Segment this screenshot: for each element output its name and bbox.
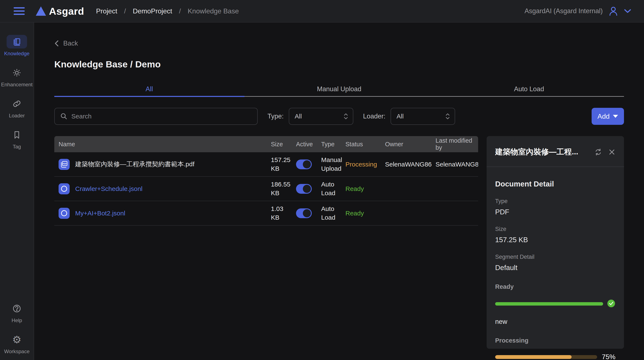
- sidebar-item-label: Workspace: [4, 349, 30, 355]
- table-row: PDF 建築物室內裝修—工程承攬契約書範本.pdf 157.25 KB Manu…: [54, 152, 478, 177]
- bookmark-icon: [6, 128, 27, 142]
- table-row: Crawler+Schedule.jsonl 186.55 KB Auto Lo…: [54, 177, 478, 201]
- tab-auto-load[interactable]: Auto Load: [434, 82, 624, 96]
- status-badge: Ready: [346, 210, 385, 217]
- page-title: Knowledge Base / Demo: [54, 59, 624, 70]
- jsonl-file-icon: [58, 183, 70, 194]
- active-tab-indicator: [54, 96, 244, 97]
- ready-stage-label: Ready: [495, 283, 616, 290]
- sidebar-item-label: Enhancement: [1, 82, 32, 88]
- search-icon: [60, 113, 68, 120]
- search-input[interactable]: [71, 113, 252, 120]
- loader-filter-value: All: [396, 113, 404, 120]
- column-header-last-modified-by: Last modified by: [436, 137, 478, 151]
- processing-progress-fill: [495, 355, 572, 359]
- file-type: Auto Load: [321, 180, 346, 197]
- status-badge: Processing: [346, 161, 385, 168]
- refresh-icon[interactable]: [594, 148, 602, 156]
- back-label: Back: [63, 39, 78, 47]
- file-name[interactable]: Crawler+Schedule.jsonl: [75, 185, 142, 192]
- document-detail-heading: Document Detail: [495, 180, 616, 188]
- sidebar-item-label: Knowledge: [4, 51, 30, 57]
- search-box[interactable]: [54, 108, 258, 125]
- detail-panel-title: 建築物室內裝修—工程...: [495, 147, 590, 157]
- book-icon: [6, 35, 27, 48]
- tab-all[interactable]: All: [54, 82, 244, 96]
- menu-icon[interactable]: [14, 7, 25, 15]
- caret-down-icon: [613, 115, 618, 118]
- chevron-down-icon[interactable]: [624, 9, 631, 13]
- processing-percent: 75%: [602, 353, 616, 360]
- breadcrumb-separator: /: [179, 7, 181, 15]
- last-modified-by: SelenaWANG86: [436, 161, 478, 168]
- svg-text:PDF: PDF: [63, 163, 67, 165]
- app-root: Asgard Project / DemoProject / Knowledge…: [0, 0, 644, 360]
- document-detail-panel: 建築物室內裝修—工程...: [486, 136, 624, 349]
- back-button[interactable]: Back: [54, 39, 78, 47]
- ready-progress-bar: [495, 302, 603, 306]
- breadcrumb-demo-project[interactable]: DemoProject: [133, 7, 172, 15]
- file-size: 1.03 KB: [271, 204, 296, 222]
- tab-bar: All Manual Upload Auto Load: [54, 82, 624, 97]
- sun-icon: [6, 66, 27, 80]
- file-name[interactable]: My+AI+Bot2.jsonl: [75, 210, 125, 217]
- file-type: Manual Upload: [321, 156, 346, 173]
- file-size: 186.55 KB: [271, 180, 296, 197]
- sidebar-item-enhancement[interactable]: Enhancement: [0, 66, 34, 88]
- select-chevrons-icon: [445, 113, 450, 120]
- column-header-name: Name: [54, 141, 271, 148]
- gear-icon: ⚙: [6, 333, 27, 346]
- field-value-size: 157.25 KB: [495, 236, 616, 244]
- loader-filter-select[interactable]: All: [390, 108, 455, 125]
- sidebar-item-knowledge[interactable]: Knowledge: [0, 35, 34, 57]
- breadcrumb-project[interactable]: Project: [96, 7, 117, 15]
- app-name: Asgard: [49, 5, 84, 17]
- main-content: Back Knowledge Base / Demo All Manual Up…: [34, 22, 644, 360]
- select-chevrons-icon: [344, 113, 348, 120]
- file-type: Auto Load: [321, 204, 346, 222]
- type-filter-value: All: [295, 113, 302, 120]
- top-header: Asgard Project / DemoProject / Knowledge…: [0, 0, 644, 22]
- sidebar-item-label: Help: [12, 318, 22, 324]
- tab-manual-upload[interactable]: Manual Upload: [244, 82, 434, 96]
- active-toggle[interactable]: [296, 208, 312, 218]
- sidebar: Knowledge Enhancement Lo: [0, 22, 34, 360]
- type-filter-label: Type:: [268, 113, 284, 120]
- pdf-file-icon: PDF: [58, 159, 70, 170]
- asgard-logo-icon: [36, 6, 46, 16]
- file-size: 157.25 KB: [271, 156, 296, 173]
- chevron-left-icon: [54, 40, 59, 47]
- close-icon[interactable]: [608, 149, 616, 156]
- column-header-size: Size: [271, 141, 296, 148]
- field-value-segment-detail: Default: [495, 264, 616, 272]
- owner: SelenaWANG86: [385, 161, 436, 168]
- check-circle-icon: [607, 299, 616, 309]
- help-icon: [6, 302, 27, 315]
- field-value-type: PDF: [495, 208, 616, 216]
- active-toggle[interactable]: [296, 184, 312, 194]
- breadcrumb: Project / DemoProject / Knowledge Base: [96, 7, 239, 15]
- active-toggle[interactable]: [296, 160, 312, 169]
- type-filter-select[interactable]: All: [289, 108, 353, 125]
- file-name[interactable]: 建築物室內裝修—工程承攬契約書範本.pdf: [75, 160, 194, 169]
- segment-name: new: [495, 318, 616, 326]
- column-header-owner: Owner: [385, 141, 436, 148]
- link-icon: [6, 97, 27, 111]
- sidebar-item-workspace[interactable]: ⚙ Workspace: [0, 333, 34, 355]
- field-label-segment-detail: Segment Detail: [495, 254, 616, 260]
- add-button[interactable]: Add: [592, 108, 624, 125]
- breadcrumb-current: Knowledge Base: [188, 7, 239, 15]
- documents-table: Name Size Active Type Status Owner Last …: [54, 136, 478, 226]
- table-header-row: Name Size Active Type Status Owner Last …: [54, 136, 478, 152]
- account-name: AsgardAI (Asgard Internal): [524, 7, 603, 15]
- sidebar-item-help[interactable]: Help: [0, 302, 34, 324]
- field-label-size: Size: [495, 226, 616, 232]
- divider: [486, 167, 624, 167]
- user-icon[interactable]: [608, 6, 618, 16]
- add-button-label: Add: [598, 113, 610, 120]
- breadcrumb-separator: /: [124, 7, 126, 15]
- sidebar-item-label: Tag: [13, 144, 21, 150]
- loader-filter-label: Loader:: [363, 113, 386, 120]
- sidebar-item-loader[interactable]: Loader: [0, 97, 34, 119]
- sidebar-item-tag[interactable]: Tag: [0, 128, 34, 150]
